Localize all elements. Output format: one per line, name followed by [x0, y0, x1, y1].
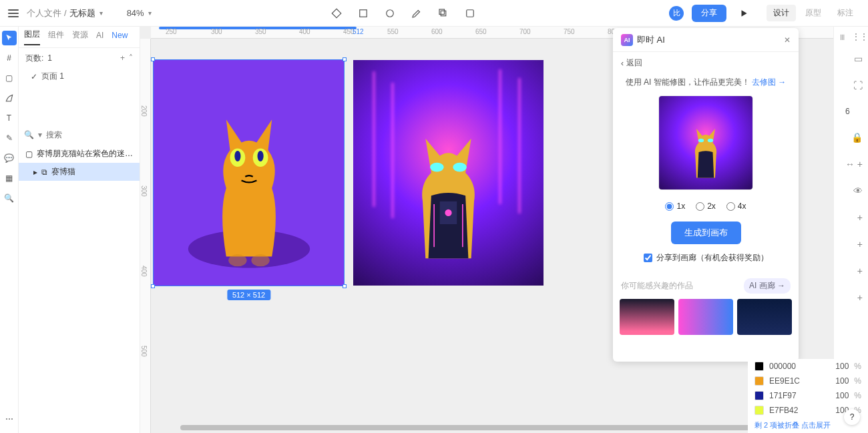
zoom-control[interactable]: 84%▾ — [127, 8, 152, 18]
search-tool-icon[interactable]: 🔍 — [2, 191, 17, 205]
play-icon[interactable] — [734, 4, 753, 23]
svg-rect-4 — [467, 9, 474, 17]
add-icon[interactable]: + — [845, 212, 863, 223]
svg-point-12 — [430, 163, 444, 172]
color-row[interactable]: EE9E1C100% — [748, 374, 868, 388]
rect-tool-icon[interactable]: ▢ — [2, 71, 17, 85]
breadcrumb: 个人文件 / 无标题 ▾ — [27, 7, 103, 19]
artboard-1[interactable]: 512 × 512 — [154, 60, 344, 286]
layer-item[interactable]: ▸ ⧉ 赛博猫 — [19, 163, 140, 181]
ai-panel: AI 即时 AI ✕ ‹ 返回 使用 AI 智能修图，让作品更完美！ 去修图 → — [613, 28, 799, 362]
svg-rect-0 — [360, 9, 367, 17]
svg-rect-3 — [439, 9, 445, 15]
svg-point-16 — [698, 139, 704, 143]
tab-layers[interactable]: 图层 — [24, 29, 40, 45]
gallery-thumb[interactable] — [620, 299, 674, 335]
add-icon[interactable]: + — [845, 292, 863, 303]
frame-tool-icon[interactable]: # — [2, 51, 17, 65]
pencil-tool-icon[interactable]: ✎ — [2, 131, 17, 145]
horizontal-scrollbar[interactable] — [180, 425, 761, 430]
hamburger-icon[interactable] — [8, 9, 19, 17]
tab-design[interactable]: 设计 — [767, 5, 796, 21]
svg-point-17 — [708, 139, 713, 143]
ai-panel-title: 即时 AI — [637, 34, 665, 46]
align-icon[interactable]: ⫼ — [839, 32, 847, 43]
caret-icon[interactable]: ▸ — [33, 167, 37, 177]
tab-ai[interactable]: AI — [96, 31, 103, 44]
close-icon[interactable]: ✕ — [784, 35, 791, 45]
chevron-down-icon[interactable]: ▾ — [38, 130, 42, 139]
gallery-title: 你可能感兴趣的作品 — [621, 280, 693, 292]
avatar[interactable]: 比 — [669, 6, 684, 21]
gallery-thumb[interactable] — [678, 299, 733, 335]
tab-new[interactable]: New — [112, 31, 128, 44]
color-row[interactable]: 000000100% — [748, 359, 868, 374]
doc-title[interactable]: 无标题 — [69, 7, 95, 19]
collapse-pages-icon[interactable]: ˄ — [129, 53, 133, 63]
ai-tip-link[interactable]: 去修图 → — [752, 77, 786, 87]
value-6: 6 — [845, 107, 863, 116]
frame-icon: ⧉ — [41, 167, 47, 177]
cyber-cat-illustration — [391, 83, 505, 274]
svg-point-11 — [251, 254, 269, 266]
selection-size: 512 × 512 — [227, 290, 270, 300]
grid-icon[interactable]: ⋮⋮ — [852, 32, 863, 43]
tab-components[interactable]: 组件 — [48, 29, 64, 45]
gallery-link[interactable]: AI 画廊 → — [744, 278, 791, 294]
tab-assets[interactable]: 资源 — [72, 29, 88, 45]
help-icon[interactable]: ? — [844, 409, 860, 425]
ruler-vertical: 200 300 400 500 — [140, 39, 151, 433]
back-button[interactable]: ‹ 返回 — [613, 52, 799, 74]
text-tool-icon[interactable]: T — [2, 111, 17, 125]
eye-icon[interactable]: 👁 — [845, 185, 863, 196]
generate-button[interactable]: 生成到画布 — [671, 222, 741, 244]
svg-point-8 — [234, 151, 240, 161]
gallery-thumb[interactable] — [737, 299, 792, 335]
svg-point-15 — [445, 209, 451, 216]
circle-icon[interactable] — [381, 4, 399, 23]
layer-search-input[interactable] — [46, 130, 146, 139]
scale-2x[interactable]: 2x — [696, 201, 716, 211]
panel-icon[interactable]: ▭ — [845, 53, 863, 64]
tab-prototype[interactable]: 原型 — [799, 5, 828, 21]
color-row[interactable]: 171F97100% — [748, 388, 868, 403]
svg-rect-2 — [441, 11, 446, 16]
ai-preview-image — [659, 96, 752, 189]
chevron-down-icon[interactable]: ▾ — [99, 9, 103, 17]
expand-icon[interactable]: ⛶ — [845, 80, 863, 91]
svg-point-1 — [387, 9, 394, 17]
frame-icon[interactable] — [354, 4, 373, 23]
scale-1x[interactable]: 1x — [665, 201, 685, 211]
comment-tool-icon[interactable]: 💬 — [2, 151, 17, 165]
frame-icon: ▢ — [25, 149, 33, 159]
cursor-tool-icon[interactable] — [2, 31, 17, 45]
svg-point-9 — [257, 151, 263, 161]
add-icon[interactable]: + — [845, 266, 863, 276]
pages-count: 1 — [47, 53, 52, 63]
add-page-icon[interactable]: + — [120, 53, 125, 63]
workspace-name[interactable]: 个人文件 — [27, 7, 61, 19]
edit-icon[interactable] — [407, 4, 426, 23]
add-icon[interactable]: + — [845, 239, 863, 250]
tab-annotate[interactable]: 标注 — [831, 5, 860, 21]
share-gallery-checkbox[interactable] — [644, 254, 652, 262]
plugin-tool-icon[interactable]: ▦ — [2, 171, 17, 185]
add-icon[interactable]: ↔ + — [845, 159, 863, 169]
svg-point-10 — [228, 254, 246, 266]
component-icon[interactable] — [461, 4, 479, 23]
ai-tip-text: 使用 AI 智能修图，让作品更完美！ — [626, 77, 750, 87]
check-icon: ✓ — [31, 72, 37, 81]
ai-logo-icon: AI — [621, 34, 633, 46]
lock-icon[interactable]: 🔒 — [845, 132, 863, 143]
layer-item[interactable]: ▢ 赛博朋克猫站在紫色的迷雾中... — [19, 145, 140, 163]
page-item[interactable]: ✓ 页面 1 — [19, 68, 140, 85]
scale-4x[interactable]: 4x — [726, 201, 746, 211]
pen-tool-icon[interactable] — [2, 91, 17, 105]
diamond-icon[interactable] — [327, 4, 346, 23]
pages-label: 页数: — [25, 53, 43, 64]
share-button[interactable]: 分享 — [692, 5, 726, 22]
svg-point-13 — [453, 163, 467, 172]
more-icon[interactable]: ⋯ — [2, 412, 17, 426]
artboard-2[interactable] — [353, 60, 544, 286]
copy-icon[interactable] — [434, 4, 453, 23]
